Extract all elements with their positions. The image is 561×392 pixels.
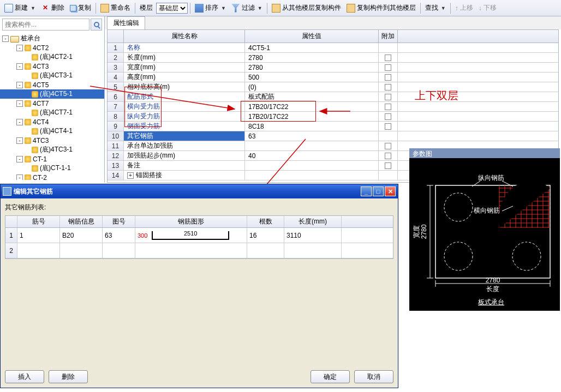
- sort-button[interactable]: 排序▼: [193, 2, 228, 14]
- property-row[interactable]: 8纵向受力筋17B20/17C22: [108, 112, 558, 122]
- ok-button[interactable]: 确定: [311, 370, 350, 383]
- maximize-button[interactable]: □: [373, 186, 384, 196]
- find-button[interactable]: 查找▼: [423, 2, 448, 14]
- copy-icon: [70, 5, 76, 11]
- tree-item[interactable]: (底)CT-1-1: [0, 164, 104, 173]
- insert-button[interactable]: 插入: [5, 370, 44, 383]
- tree-item[interactable]: (底)4CT3-1: [0, 71, 104, 80]
- property-row[interactable]: 5相对底标高(m)(0): [108, 82, 558, 92]
- col-property-name: 属性名称: [124, 30, 245, 43]
- expand-icon[interactable]: -: [2, 35, 9, 42]
- tree-item[interactable]: -4CT5: [0, 80, 104, 89]
- expand-icon[interactable]: -: [16, 45, 23, 51]
- folder-icon: [10, 36, 19, 43]
- checkbox[interactable]: [385, 143, 391, 149]
- property-row[interactable]: 10其它钢筋63: [108, 131, 558, 141]
- tree-root[interactable]: -桩承台: [0, 34, 104, 43]
- checkbox[interactable]: [385, 55, 391, 61]
- checkbox[interactable]: [385, 162, 391, 169]
- checkbox[interactable]: [385, 113, 391, 120]
- col-property-extra: 附加: [379, 30, 398, 43]
- property-row[interactable]: 1名称4CT5-1: [108, 43, 558, 53]
- checkbox[interactable]: [385, 84, 391, 91]
- new-button[interactable]: 新建▼: [2, 2, 38, 14]
- parameter-diagram-panel: 参数图 纵向钢筋 横向钢筋 2780 长度: [409, 148, 560, 312]
- svg-text:板式承台: 板式承台: [478, 298, 504, 306]
- rebar-row[interactable]: 2: [5, 243, 393, 258]
- svg-point-3: [444, 193, 473, 221]
- copy-to-floor-button[interactable]: 复制构件到其他楼层: [344, 2, 418, 14]
- copy-from-floor-button[interactable]: 从其他楼层复制构件: [270, 2, 343, 14]
- tree-item[interactable]: (底)4CT4-1: [0, 126, 104, 136]
- expand-icon[interactable]: -: [16, 119, 23, 125]
- filter-button[interactable]: 过滤▼: [229, 2, 265, 14]
- tree-item[interactable]: (底)4CT7-1: [0, 108, 104, 117]
- col-shape: 钢筋图形: [135, 216, 247, 227]
- tree-item[interactable]: -CT-2: [0, 173, 104, 180]
- copy-from-icon: [272, 4, 280, 13]
- close-button[interactable]: ✕: [385, 186, 396, 196]
- delete-button[interactable]: ✕删除: [39, 2, 67, 14]
- filter-icon: [231, 4, 240, 13]
- sort-icon: [195, 4, 204, 13]
- expand-icon[interactable]: -: [16, 63, 23, 70]
- search-button[interactable]: [91, 19, 102, 31]
- expand-icon[interactable]: -: [16, 137, 23, 144]
- svg-point-5: [512, 242, 541, 270]
- checkbox[interactable]: [385, 74, 391, 81]
- col-code: 筋号: [17, 216, 60, 227]
- property-row[interactable]: 3宽度(mm)2780: [108, 63, 558, 73]
- copy-button[interactable]: 复制: [68, 2, 93, 14]
- tree-item[interactable]: -4TC3: [0, 136, 104, 145]
- new-icon: [4, 4, 13, 13]
- rebar-table: 筋号 钢筋信息 图号 钢筋图形 根数 长度(mm) 11B20633002510…: [5, 215, 393, 259]
- search-input[interactable]: [2, 19, 89, 31]
- property-row[interactable]: 4高度(mm)500: [108, 73, 558, 82]
- component-tree[interactable]: -桩承台-4CT2(底)4CT2-1-4CT3(底)4CT3-1-4CT5(底)…: [0, 33, 104, 180]
- tree-item[interactable]: -4CT2: [0, 43, 104, 52]
- col-property-value: 属性值: [245, 30, 379, 43]
- expand-icon[interactable]: -: [16, 156, 23, 162]
- param-diagram: 纵向钢筋 横向钢筋 2780 长度 2780 宽度 板式承台: [409, 158, 560, 311]
- delete-row-button[interactable]: 删除: [49, 370, 88, 383]
- tree-item[interactable]: (底)4CT2-1: [0, 52, 104, 62]
- component-icon: [32, 91, 38, 98]
- col-qty: 根数: [247, 216, 284, 227]
- tree-item[interactable]: -4CT7: [0, 99, 104, 108]
- minimize-button[interactable]: _: [361, 186, 372, 196]
- tree-item[interactable]: (底)4CT5-1: [0, 89, 104, 99]
- property-row[interactable]: 6配筋形式板式配筋: [108, 92, 558, 102]
- expand-icon[interactable]: -: [16, 174, 23, 180]
- checkbox[interactable]: [385, 153, 391, 159]
- tree-item[interactable]: -4CT4: [0, 117, 104, 126]
- main-toolbar: 新建▼ ✕删除 复制 重命名 楼层 基础层 排序▼ 过滤▼ 从其他楼层复制构件 …: [0, 0, 561, 16]
- property-row[interactable]: 9侧面受力筋8C18: [108, 122, 558, 131]
- col-length: 长度(mm): [284, 216, 342, 227]
- tree-item[interactable]: -CT-1: [0, 154, 104, 164]
- checkbox[interactable]: [385, 64, 391, 71]
- svg-text:长度: 长度: [486, 285, 499, 293]
- move-down-button[interactable]: ↓下移: [476, 2, 499, 14]
- rebar-row[interactable]: 11B20633002510163110: [5, 228, 393, 243]
- tree-item[interactable]: (底)4TC3-1: [0, 145, 104, 154]
- expand-icon[interactable]: -: [16, 100, 23, 107]
- property-row[interactable]: 2长度(mm)2780: [108, 53, 558, 63]
- tab-property-edit[interactable]: 属性编辑: [107, 16, 145, 29]
- rename-button[interactable]: 重命名: [98, 2, 133, 14]
- component-icon: [32, 147, 38, 153]
- checkbox[interactable]: [385, 94, 391, 100]
- cancel-button[interactable]: 取消: [354, 370, 393, 383]
- component-icon: [32, 128, 38, 135]
- property-row[interactable]: 7横向受力筋17B20/17C22: [108, 102, 558, 112]
- component-icon: [25, 137, 31, 144]
- checkbox[interactable]: [385, 104, 391, 110]
- expand-icon[interactable]: -: [16, 82, 23, 88]
- checkbox[interactable]: [385, 123, 391, 130]
- move-up-button[interactable]: ↑上移: [453, 2, 475, 14]
- tree-item[interactable]: -4CT3: [0, 62, 104, 71]
- window-titlebar[interactable]: 编辑其它钢筋 _ □ ✕: [1, 184, 398, 198]
- svg-text:2780: 2780: [420, 224, 428, 239]
- svg-point-4: [444, 242, 473, 270]
- component-tree-panel: -桩承台-4CT2(底)4CT2-1-4CT3(底)4CT3-1-4CT5(底)…: [0, 16, 105, 183]
- floor-select[interactable]: 基础层: [156, 3, 188, 14]
